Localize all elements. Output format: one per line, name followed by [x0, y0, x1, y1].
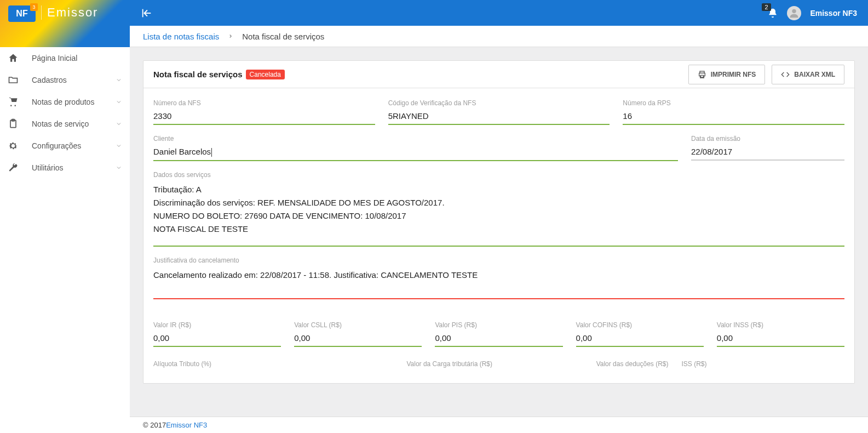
print-icon [698, 70, 706, 79]
sidebar-item-configuracoes[interactable]: Configurações [0, 135, 130, 157]
chevron-right-icon [228, 33, 233, 39]
field-valor-pis: Valor PIS (R$) 0,00 [435, 321, 562, 347]
field-value[interactable]: 0,00 [435, 331, 562, 347]
field-justificativa: Justificativa do cancelamento Cancelamen… [153, 257, 844, 299]
field-aliquota: Alíquota Tributo (%) [153, 360, 317, 370]
breadcrumb-current: Nota fiscal de serviços [242, 32, 324, 41]
field-deducoes: Valor das deduções (R$) [505, 360, 669, 370]
sidebar-item-home[interactable]: Página Inicial [0, 47, 130, 69]
field-value[interactable]: 0,00 [294, 331, 422, 347]
field-label: ISS (R$) [682, 360, 845, 368]
field-value[interactable]: Daniel Barcelos [153, 145, 678, 161]
chevron-down-icon [116, 143, 122, 149]
sidebar-item-notas-produtos[interactable]: Notas de produtos [0, 91, 130, 113]
sidebar-item-label: Notas de produtos [32, 98, 94, 106]
chevron-down-icon [116, 99, 122, 105]
field-label: Justificativa do cancelamento [153, 257, 844, 264]
field-label: Data da emissão [691, 135, 844, 143]
field-label: Cliente [153, 135, 678, 143]
sidebar-item-cadastros[interactable]: Cadastros [0, 69, 130, 91]
top-header: NF 3 Emissor 2 Emissor NF3 [0, 0, 868, 26]
field-label: Valor PIS (R$) [435, 321, 562, 329]
svg-point-2 [792, 9, 796, 13]
print-label: IMPRIMIR NFS [711, 71, 756, 78]
sidebar-collapse-button[interactable] [141, 7, 153, 19]
breadcrumb: Lista de notas fiscais Nota fiscal de se… [130, 26, 868, 47]
sidebar: Página Inicial Cadastros Notas de produt… [0, 47, 130, 433]
cart-icon [8, 96, 19, 107]
sidebar-item-label: Utilitários [32, 163, 64, 172]
field-value[interactable]: 0,00 [153, 331, 281, 347]
field-rps-number: Número da RPS 16 [623, 99, 844, 125]
field-label: Número da RPS [623, 99, 844, 107]
field-value[interactable]: 0,00 [717, 331, 844, 347]
field-value[interactable]: Cancelamento realizado em: 22/08/2017 - … [153, 266, 844, 299]
header-right: 2 Emissor NF3 [767, 6, 857, 20]
content-area: Nota fiscal de serviços Cancelada IMPRIM… [130, 47, 868, 417]
sidebar-item-label: Cadastros [32, 76, 67, 84]
sidebar-item-label: Página Inicial [32, 54, 77, 62]
nfs-card: Nota fiscal de serviços Cancelada IMPRIM… [143, 60, 855, 384]
username[interactable]: Emissor NF3 [810, 9, 857, 18]
wrench-icon [8, 162, 19, 173]
field-value[interactable]: 0,00 [576, 331, 704, 347]
xml-label: BAIXAR XML [794, 71, 835, 78]
breadcrumb-link[interactable]: Lista de notas fiscais [143, 32, 219, 41]
logo-text: NF [16, 9, 27, 19]
brand-name: Emissor [47, 5, 98, 20]
field-label: Número da NFS [153, 99, 375, 107]
field-label: Valor da Carga tributária (R$) [330, 360, 493, 368]
field-label: Valor das deduções (R$) [505, 360, 669, 368]
logo-sup: 3 [30, 3, 38, 11]
field-valor-csll: Valor CSLL (R$) 0,00 [294, 321, 422, 347]
field-value[interactable]: 16 [623, 109, 844, 125]
field-data-emissao: Data da emissão 22/08/2017 [691, 135, 844, 161]
sidebar-item-label: Configurações [32, 141, 81, 150]
footer: © 2017 Emissor NF3 [130, 417, 868, 433]
card-body: Número da NFS 2330 Código de Verificação… [143, 88, 854, 383]
field-verify-code: Código de Verificação da NFS 5RIAYNED [388, 99, 610, 125]
field-label: Valor IR (R$) [153, 321, 281, 329]
header-main: 2 Emissor NF3 [130, 0, 868, 26]
folder-icon [8, 75, 19, 86]
field-carga: Valor da Carga tributária (R$) [330, 360, 493, 370]
field-label: Valor COFINS (R$) [576, 321, 704, 329]
field-label: Alíquota Tributo (%) [153, 360, 317, 368]
field-iss: ISS (R$) [682, 360, 845, 370]
brand-area[interactable]: NF 3 Emissor [0, 0, 130, 47]
logo: NF 3 [8, 5, 36, 22]
sidebar-item-label: Notas de serviço [32, 119, 89, 128]
field-valor-inss: Valor INSS (R$) 0,00 [717, 321, 844, 347]
collapse-icon [141, 7, 153, 19]
text-cursor [211, 148, 212, 157]
user-avatar[interactable] [787, 6, 801, 20]
field-value[interactable]: 5RIAYNED [388, 109, 610, 125]
field-cliente: Cliente Daniel Barcelos [153, 135, 678, 161]
field-nfs-number: Número da NFS 2330 [153, 99, 375, 125]
field-value[interactable]: Tributação: A Discriminação dos serviços… [153, 181, 844, 247]
field-dados-servicos: Dados dos serviços Tributação: A Discrim… [153, 171, 844, 247]
avatar-icon [788, 7, 800, 19]
field-valor-cofins: Valor COFINS (R$) 0,00 [576, 321, 704, 347]
notifications-button[interactable]: 2 [767, 8, 778, 19]
gear-icon [8, 140, 19, 151]
download-xml-button[interactable]: BAIXAR XML [772, 65, 844, 84]
print-button[interactable]: IMPRIMIR NFS [688, 65, 766, 84]
field-label: Código de Verificação da NFS [388, 99, 610, 107]
footer-link[interactable]: Emissor NF3 [166, 421, 207, 429]
chevron-down-icon [116, 121, 122, 127]
field-label: Dados dos serviços [153, 171, 844, 179]
sidebar-item-utilitarios[interactable]: Utilitários [0, 157, 130, 179]
footer-copyright: © 2017 [143, 421, 166, 429]
svg-rect-6 [700, 75, 703, 77]
clipboard-icon [8, 118, 19, 129]
notif-count: 2 [762, 3, 771, 11]
field-label: Valor INSS (R$) [717, 321, 844, 329]
card-header: Nota fiscal de serviços Cancelada IMPRIM… [143, 61, 854, 88]
sidebar-item-notas-servico[interactable]: Notas de serviço [0, 113, 130, 135]
brand-divider [41, 5, 42, 20]
field-value[interactable]: 2330 [153, 109, 375, 125]
chevron-down-icon [116, 164, 122, 171]
field-value[interactable]: 22/08/2017 [691, 145, 844, 161]
card-title: Nota fiscal de serviços [153, 70, 243, 79]
